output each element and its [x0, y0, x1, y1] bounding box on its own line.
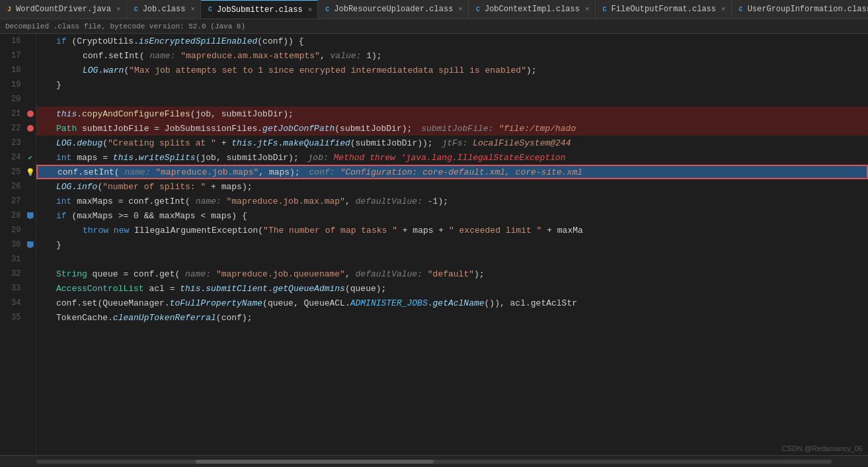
code-text-16: if (CryptoUtils.isEncryptedSpillEnabled(…: [43, 36, 304, 46]
line-num-23: 23: [0, 138, 24, 148]
bulb-icon-25[interactable]: 💡: [26, 168, 35, 177]
code-line-22: Path submitJobFile = JobSubmissionFiles.…: [36, 121, 868, 136]
gutter-row-16: 16: [0, 34, 36, 48]
code-text-26: LOG.info("number of splits: " + maps);: [43, 182, 253, 192]
line-num-24: 24: [0, 153, 24, 162]
line-num-26: 26: [0, 182, 24, 191]
tab-label-jobresource: JobResourceUploader.class: [334, 5, 453, 14]
code-text-22: Path submitJobFile = JobSubmissionFiles.…: [43, 124, 576, 134]
line-icons-28: [24, 212, 36, 219]
tab-close-job[interactable]: ×: [190, 5, 195, 13]
tab-icon-usergroup: C: [737, 5, 745, 13]
gutter-row-18: 18: [0, 63, 36, 77]
line-num-27: 27: [0, 196, 24, 206]
gutter-row-20: 20: [0, 92, 36, 106]
code-line-18: LOG.warn("Max job attempts set to 1 sinc…: [36, 63, 868, 77]
code-line-29: throw new IllegalArgumentException("The …: [36, 223, 868, 237]
gutter-row-30: 30: [0, 237, 36, 252]
code-line-32: String queue = conf.get( name: "mapreduc…: [36, 267, 868, 281]
tab-close-jobsubmitter[interactable]: ×: [308, 6, 313, 14]
code-text-18: LOG.warn("Max job attempts set to 1 sinc…: [43, 65, 537, 75]
line-icons-25: 💡: [24, 168, 36, 177]
line-num-32: 32: [0, 269, 24, 278]
code-line-27: int maxMaps = conf.getInt( name: "mapred…: [36, 194, 868, 208]
tab-jobsubmitter[interactable]: C JobSubmitter.class ×: [201, 0, 318, 19]
tab-label-jobsubmitter: JobSubmitter.class: [217, 5, 303, 15]
scrollbar-track[interactable]: [36, 460, 832, 464]
scrollbar-thumb[interactable]: [196, 460, 434, 464]
line-num-17: 17: [0, 51, 24, 60]
line-icons-22: [24, 125, 36, 132]
tab-label-job: Job.class: [143, 5, 186, 14]
line-num-35: 35: [0, 313, 24, 322]
gutter-row-28: 28: [0, 208, 36, 223]
tab-close-fileoutput[interactable]: ×: [721, 5, 726, 13]
gutter-row-21: 21: [0, 106, 36, 121]
tab-label-wordcount: WordCountDriver.java: [16, 5, 111, 14]
gutter-row-17: 17: [0, 48, 36, 63]
tab-close-wordcount[interactable]: ×: [116, 5, 121, 13]
gutter-row-24: 24 ✔: [0, 150, 36, 165]
breakpoint-icon-22[interactable]: [27, 125, 34, 132]
horizontal-scrollbar[interactable]: [0, 455, 868, 467]
line-gutter: 16 17 18 19 20 21: [0, 34, 36, 455]
code-text-35: TokenCache.cleanUpTokenReferral(conf);: [43, 313, 252, 323]
tab-jobcontext[interactable]: C JobContextImpl.class ×: [469, 0, 596, 19]
tab-icon-jobresource: C: [323, 5, 331, 13]
code-line-17: conf.setInt( name: "mapreduce.am.max-att…: [36, 48, 868, 63]
tab-fileoutput[interactable]: C FileOutputFormat.class ×: [596, 0, 732, 19]
code-line-35: TokenCache.cleanUpTokenReferral(conf);: [36, 310, 868, 325]
line-num-25: 25: [0, 167, 24, 177]
tab-bar: J WordCountDriver.java × C Job.class × C…: [0, 0, 868, 19]
gutter-row-27: 27: [0, 194, 36, 208]
code-text-17: conf.setInt( name: "mapreduce.am.max-att…: [43, 51, 382, 61]
bookmark-icon-28[interactable]: [27, 212, 34, 219]
line-num-20: 20: [0, 95, 24, 104]
code-line-30: }: [36, 237, 868, 252]
tab-wordcount[interactable]: J WordCountDriver.java ×: [0, 0, 127, 19]
status-bar: Decompiled .class file, bytecode version…: [0, 19, 868, 34]
tab-job[interactable]: C Job.class ×: [127, 0, 201, 19]
line-num-34: 34: [0, 298, 24, 308]
tab-usergroup[interactable]: C UserGroupInformation.class ×: [732, 0, 868, 19]
code-text-24: int maps = this.writeSplits(job, submitJ…: [43, 153, 566, 163]
code-line-19: }: [36, 77, 868, 92]
code-line-33: AccessControlList acl = this.submitClien…: [36, 281, 868, 296]
code-line-31: [36, 252, 868, 267]
line-num-29: 29: [0, 226, 24, 235]
tab-icon-jobsubmitter: C: [206, 6, 214, 14]
line-num-31: 31: [0, 255, 24, 264]
tab-close-jobcontext[interactable]: ×: [585, 5, 590, 13]
gutter-row-26: 26: [0, 179, 36, 194]
code-line-21: this.copyAndConfigureFiles(job, submitJo…: [36, 106, 868, 121]
line-icons-24: ✔: [24, 153, 36, 161]
code-line-16: if (CryptoUtils.isEncryptedSpillEnabled(…: [36, 34, 868, 48]
gutter-row-33: 33: [0, 281, 36, 296]
line-num-22: 22: [0, 124, 24, 133]
code-line-23: LOG.debug("Creating splits at " + this.j…: [36, 136, 868, 150]
gutter-row-29: 29: [0, 223, 36, 237]
tab-label-fileoutput: FileOutputFormat.class: [612, 5, 716, 14]
gutter-row-19: 19: [0, 77, 36, 92]
code-line-25[interactable]: conf.setInt( name: "mapreduce.job.maps",…: [36, 165, 868, 179]
gutter-row-25: 25 💡: [0, 165, 36, 179]
line-num-16: 16: [0, 36, 24, 46]
code-area: 16 17 18 19 20 21: [0, 34, 868, 455]
line-icons-21: [24, 110, 36, 117]
code-line-34: conf.set(QueueManager.toFullPropertyName…: [36, 296, 868, 310]
code-line-20: [36, 92, 868, 106]
code-text-21: this.copyAndConfigureFiles(job, submitJo…: [43, 109, 294, 119]
tab-close-jobresource[interactable]: ×: [458, 5, 463, 13]
code-content: if (CryptoUtils.isEncryptedSpillEnabled(…: [36, 34, 868, 455]
bookmark-icon-30[interactable]: [27, 241, 34, 248]
line-num-18: 18: [0, 65, 24, 75]
code-text-25: conf.setInt( name: "mapreduce.job.maps",…: [44, 167, 582, 177]
code-text-30: }: [43, 240, 61, 250]
line-num-21: 21: [0, 109, 24, 118]
breakpoint-icon-21[interactable]: [27, 110, 34, 117]
tab-jobresource[interactable]: C JobResourceUploader.class ×: [318, 0, 469, 19]
gutter-row-31: 31: [0, 252, 36, 267]
checkmark-icon-24: ✔: [28, 153, 32, 161]
watermark: CSDN @Redamancy_06: [782, 445, 863, 452]
gutter-row-32: 32: [0, 267, 36, 281]
